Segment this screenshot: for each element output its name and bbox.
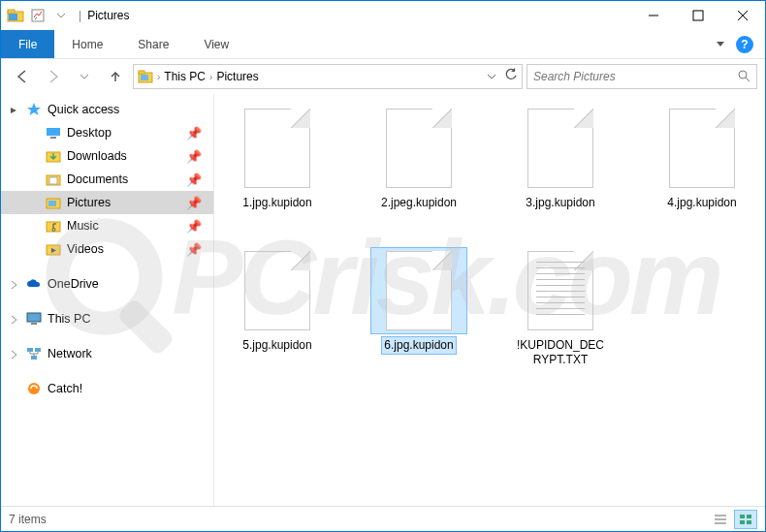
title-separator: |	[79, 9, 81, 22]
network-icon	[26, 346, 42, 361]
item-count: 7 items	[9, 513, 47, 526]
details-view-button[interactable]	[709, 510, 732, 529]
sidebar-item-documents[interactable]: Documents📌	[1, 168, 213, 191]
address-bar[interactable]: › This PC › Pictures	[133, 64, 523, 89]
file-name: 3.jpg.kupidon	[524, 195, 596, 211]
file-tab[interactable]: File	[1, 30, 54, 58]
documents-icon	[46, 172, 61, 187]
sidebar-item-label: Pictures	[67, 196, 111, 209]
chevron-right-icon[interactable]: ›	[157, 72, 160, 82]
sidebar-item-label: Catch!	[48, 382, 82, 395]
sidebar-quick-access[interactable]: Quick access	[1, 98, 213, 121]
file-item[interactable]: 6.jpg.kupidon	[369, 248, 468, 368]
file-thumbnail	[513, 106, 608, 191]
svg-rect-34	[747, 520, 751, 524]
desktop-icon	[46, 125, 61, 141]
file-name: 6.jpg.kupidon	[382, 337, 455, 354]
file-item[interactable]: 5.jpg.kupidon	[228, 248, 327, 368]
window-title: Pictures	[87, 9, 129, 22]
svg-rect-3	[32, 10, 44, 21]
monitor-icon	[26, 311, 42, 327]
title-bar: | Pictures	[1, 1, 765, 30]
svg-rect-33	[740, 520, 745, 524]
recent-locations-button[interactable]	[71, 63, 98, 90]
file-thumbnail	[230, 248, 325, 333]
sidebar-item-music[interactable]: Music📌	[1, 214, 213, 237]
sidebar-item-label: Videos	[67, 242, 104, 256]
svg-rect-32	[747, 515, 751, 518]
svg-rect-19	[48, 201, 56, 206]
sidebar-item-pictures[interactable]: Pictures📌	[1, 191, 213, 214]
file-thumbnail	[230, 106, 325, 191]
downloads-icon	[46, 148, 61, 164]
svg-rect-10	[141, 75, 148, 80]
expand-icon[interactable]	[9, 314, 18, 324]
back-button[interactable]	[9, 63, 36, 90]
ribbon-expand-icon[interactable]	[717, 42, 724, 47]
file-thumbnail	[513, 248, 608, 333]
sidebar-item-downloads[interactable]: Downloads📌	[1, 144, 213, 168]
maximize-button[interactable]	[676, 1, 720, 30]
file-thumbnail	[371, 248, 466, 333]
cloud-icon	[26, 276, 42, 292]
sidebar-item-desktop[interactable]: Desktop📌	[1, 121, 213, 144]
file-name: 5.jpg.kupidon	[240, 337, 313, 354]
help-icon[interactable]: ?	[736, 36, 753, 53]
up-button[interactable]	[102, 63, 129, 90]
file-item[interactable]: 1.jpg.kupidon	[228, 106, 327, 211]
svg-rect-14	[50, 137, 56, 139]
qat-properties-icon[interactable]	[26, 4, 49, 27]
quick-access-toolbar	[26, 4, 73, 27]
svg-rect-13	[47, 128, 60, 136]
breadcrumb-this-pc[interactable]: This PC	[164, 70, 206, 83]
svg-rect-25	[35, 348, 41, 352]
search-placeholder: Search Pictures	[533, 70, 616, 83]
file-name: 2.jpeg.kupidon	[379, 195, 459, 211]
svg-rect-24	[27, 348, 33, 352]
sidebar-this-pc[interactable]: This PC	[1, 307, 213, 330]
search-input[interactable]: Search Pictures	[527, 64, 757, 89]
sidebar-item-label: Documents	[67, 172, 128, 186]
expand-icon[interactable]	[9, 279, 18, 289]
forward-button[interactable]	[40, 63, 67, 90]
pin-icon: 📌	[186, 149, 202, 164]
svg-rect-17	[49, 177, 57, 184]
sidebar-catch[interactable]: Catch!	[1, 377, 213, 400]
svg-rect-1	[8, 10, 15, 13]
sidebar-network[interactable]: Network	[1, 342, 213, 365]
sidebar-onedrive[interactable]: OneDrive	[1, 272, 213, 296]
svg-rect-9	[139, 71, 144, 74]
collapse-icon[interactable]	[9, 105, 18, 114]
file-item[interactable]: 3.jpg.kupidon	[511, 106, 610, 211]
pin-icon: 📌	[186, 172, 202, 187]
chevron-right-icon[interactable]: ›	[209, 72, 212, 82]
svg-rect-26	[31, 356, 37, 360]
file-item[interactable]: 2.jpeg.kupidon	[369, 106, 468, 211]
tab-view[interactable]: View	[186, 30, 246, 58]
close-button[interactable]	[720, 1, 765, 30]
pin-icon: 📌	[186, 242, 202, 257]
ribbon: File Home Share View ?	[1, 30, 765, 59]
tab-home[interactable]: Home	[54, 30, 120, 58]
file-item[interactable]: !KUPIDON_DECRYPT.TXT	[511, 248, 610, 368]
catch-icon	[26, 381, 42, 396]
svg-rect-5	[693, 11, 703, 20]
large-icons-view-button[interactable]	[734, 510, 757, 529]
navigation-pane[interactable]: Quick access Desktop📌Downloads📌Documents…	[1, 94, 214, 508]
minimize-button[interactable]	[631, 1, 676, 30]
file-name: 1.jpg.kupidon	[240, 195, 313, 211]
refresh-icon[interactable]	[504, 68, 518, 85]
pin-icon: 📌	[186, 126, 202, 141]
file-item[interactable]: 4.jpg.kupidon	[653, 106, 751, 211]
svg-rect-22	[27, 313, 41, 322]
music-icon	[46, 218, 61, 234]
expand-icon[interactable]	[9, 349, 18, 359]
file-list[interactable]: 1.jpg.kupidon2.jpeg.kupidon3.jpg.kupidon…	[214, 94, 765, 508]
sidebar-item-videos[interactable]: Videos📌	[1, 237, 213, 261]
svg-line-12	[746, 78, 750, 81]
tab-share[interactable]: Share	[120, 30, 186, 58]
qat-dropdown-icon[interactable]	[49, 4, 73, 27]
address-dropdown-icon[interactable]	[487, 68, 496, 85]
breadcrumb-pictures[interactable]: Pictures	[216, 70, 258, 83]
svg-rect-23	[31, 323, 37, 325]
